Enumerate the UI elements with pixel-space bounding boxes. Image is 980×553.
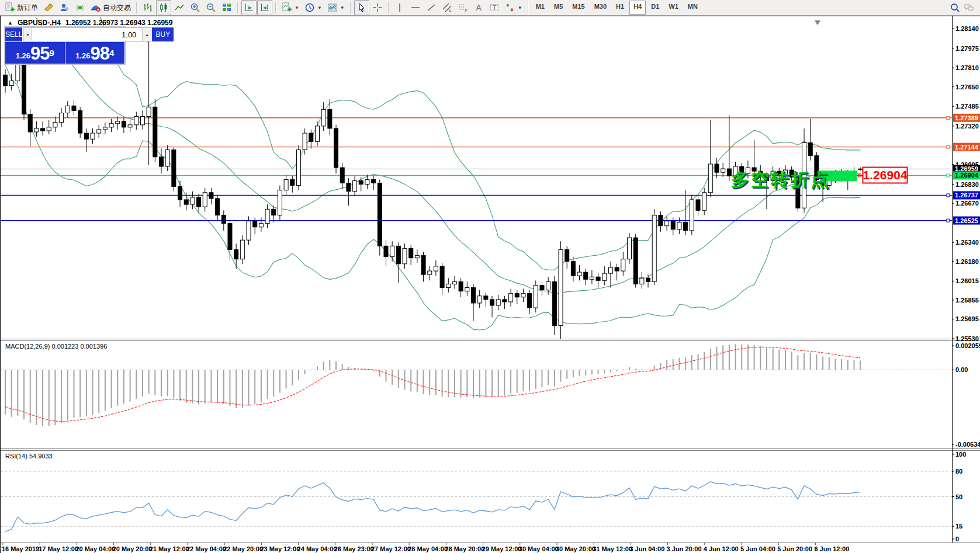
bar-chart-button[interactable] [140, 0, 155, 15]
fibonacci-tool-button[interactable]: F [455, 0, 470, 15]
level-line-handle[interactable] [947, 219, 950, 222]
sell-price-button[interactable]: 1.26959 [5, 42, 65, 64]
vertical-line-tool-button[interactable] [392, 0, 407, 15]
indicators-button[interactable]: ▼ [279, 0, 302, 15]
equidistant-channel-tool-button[interactable]: E [439, 0, 455, 15]
tab-timeframe-h4[interactable]: H4 [629, 1, 646, 15]
price-tick-label: 1.27810 [955, 64, 979, 71]
horizontal-line-tool-button[interactable] [408, 0, 423, 15]
arrows-icon [505, 2, 515, 13]
tab-timeframe-h1[interactable]: H1 [612, 1, 628, 15]
timeframe-group: M1M5M15M30H1H4D1W1MN [532, 1, 702, 15]
toolbar-separator [528, 2, 529, 13]
time-tick-label: 24 May 04:00 [297, 545, 337, 552]
candle-body [303, 133, 307, 149]
crosshair-tool-button[interactable] [370, 0, 385, 15]
zoom-in-button[interactable] [188, 0, 203, 15]
candle-body [459, 281, 463, 291]
buy-price-big: 98 [90, 45, 109, 62]
time-tick-label: 5 Jun 04:00 [740, 545, 775, 552]
signal-button[interactable] [72, 0, 88, 15]
level-line-handle[interactable] [947, 145, 950, 148]
sell-button[interactable]: SELL [5, 27, 22, 41]
candle-body [621, 259, 625, 271]
candlestick-chart-button[interactable] [156, 0, 171, 15]
buy-button[interactable]: BUY [152, 27, 174, 41]
arrows-tool-button[interactable]: ▼ [503, 0, 525, 15]
tab-timeframe-m1[interactable]: M1 [532, 1, 549, 15]
candle-body [321, 109, 325, 126]
tab-timeframe-m5[interactable]: M5 [550, 1, 567, 15]
candle-body [172, 150, 176, 187]
time-tick-label: 26 May 23:00 [334, 545, 374, 552]
volume-input[interactable] [32, 28, 142, 41]
price-tick-label: 1.26340 [955, 239, 979, 246]
tab-timeframe-mn[interactable]: MN [684, 1, 702, 15]
candle-body [584, 272, 588, 279]
candle-body [47, 127, 51, 131]
candle-body [428, 271, 432, 274]
turning-point-annotation[interactable]: 多空转折点 [731, 169, 830, 190]
candle-body [309, 133, 313, 141]
candle-body [228, 224, 232, 250]
community-button[interactable] [57, 0, 72, 15]
volume-increase-button[interactable]: ▲ [142, 28, 151, 41]
level-line-handle[interactable] [947, 194, 950, 197]
level-line-handle[interactable] [947, 116, 950, 119]
time-tick-label: 6 Jun 12:00 [814, 545, 849, 552]
tab-timeframe-w1[interactable]: W1 [664, 1, 683, 15]
volume-decrease-button[interactable]: ▼ [23, 28, 32, 41]
tab-timeframe-d1[interactable]: D1 [647, 1, 663, 15]
candle-body [122, 121, 126, 127]
line-chart-button[interactable] [172, 0, 187, 15]
cursor-tool-button[interactable] [354, 0, 369, 15]
tile-windows-button[interactable] [219, 0, 234, 15]
candle-body [671, 221, 675, 229]
candle-body [328, 109, 332, 128]
symbol-header: ▲ GBPUSD-,H4 1.26952 1.26973 1.26943 1.2… [8, 19, 172, 27]
search-icon[interactable] [950, 2, 960, 13]
new-order-button[interactable]: 新订单 [2, 0, 40, 15]
chart-shift-button[interactable] [257, 0, 272, 15]
tab-timeframe-m15[interactable]: M15 [568, 1, 588, 15]
trendline-tool-button[interactable] [424, 0, 439, 15]
auto-trading-button[interactable]: 自动交易 [88, 0, 133, 15]
candle-body [140, 117, 144, 125]
candle-body [53, 123, 57, 127]
candle-body [191, 197, 195, 204]
candle-body [147, 107, 151, 116]
price-tick-label: 1.26015 [955, 277, 979, 284]
collapse-triangle-icon[interactable]: ▲ [8, 20, 13, 26]
periods-button[interactable]: ▼ [302, 0, 324, 15]
zoom-out-button[interactable] [203, 0, 219, 15]
candle-body [65, 106, 70, 113]
history-center-button[interactable] [41, 0, 56, 15]
trendline-icon [426, 2, 437, 13]
candle-body [378, 183, 382, 246]
candle-body [421, 256, 425, 275]
chevron-down-icon: ▼ [518, 5, 522, 11]
candle-body [240, 240, 244, 259]
candle-body [78, 110, 82, 133]
chat-icon[interactable] [964, 2, 974, 13]
candle-body [590, 277, 594, 279]
auto-scroll-button[interactable] [241, 0, 257, 15]
tab-timeframe-m30[interactable]: M30 [590, 1, 611, 15]
chart-canvas[interactable]: 1.26904多空转折点1.281401.279751.278101.27650… [1, 16, 980, 553]
text-label-tool-button[interactable]: T [487, 0, 502, 15]
buy-price-button[interactable]: 1.26984 [65, 42, 125, 64]
cone-icon [43, 2, 54, 13]
level-line-handle[interactable] [947, 174, 950, 177]
price-tick-label: 1.25855 [955, 297, 979, 304]
candle-body [552, 281, 556, 325]
clock-icon [304, 2, 315, 13]
text-tool-button[interactable]: A [471, 0, 486, 15]
toolbar-right [950, 2, 978, 13]
templates-button[interactable]: ▼ [325, 0, 347, 15]
candle-body [503, 300, 507, 302]
candle-body [677, 222, 681, 229]
zoom-in-icon [190, 2, 200, 13]
time-tick-label: 4 Jun 12:00 [704, 545, 739, 552]
horizontal-line-icon [410, 2, 421, 13]
candle-body [34, 128, 39, 132]
